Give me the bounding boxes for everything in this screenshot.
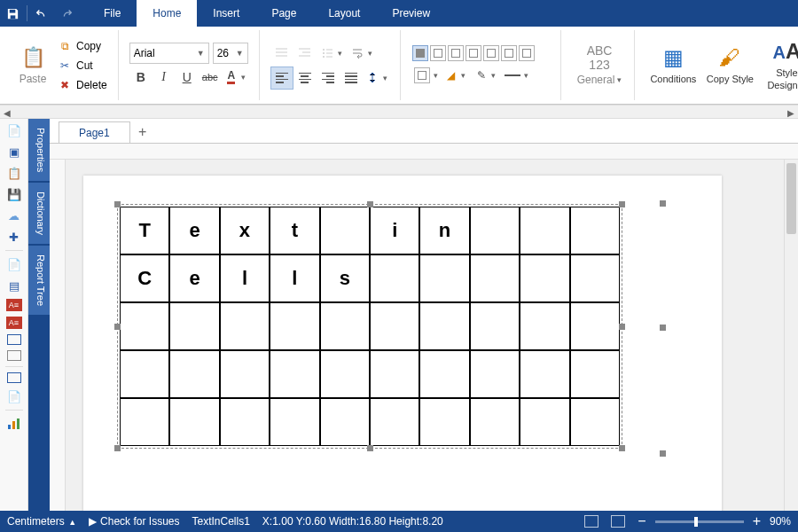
cell[interactable]: t bbox=[270, 207, 319, 254]
border-preset-7[interactable] bbox=[519, 45, 535, 61]
font-family-select[interactable]: Arial▼ bbox=[129, 43, 209, 64]
tool-11[interactable] bbox=[7, 334, 21, 345]
fill-color-button[interactable]: ◢▾ bbox=[442, 64, 472, 87]
cell[interactable] bbox=[570, 350, 620, 398]
resize-handle[interactable] bbox=[114, 445, 121, 451]
number-format-select[interactable]: ABC 123 General▾ bbox=[572, 44, 628, 86]
cell[interactable]: l bbox=[220, 254, 270, 302]
cell[interactable] bbox=[520, 398, 569, 446]
tool-13[interactable] bbox=[7, 372, 21, 383]
tool-8[interactable]: ▤ bbox=[5, 278, 23, 293]
zoom-slider[interactable] bbox=[655, 520, 744, 523]
resize-handle[interactable] bbox=[619, 324, 625, 330]
border-preset-6[interactable] bbox=[501, 45, 517, 61]
align-justify-button[interactable] bbox=[340, 66, 363, 90]
cell[interactable] bbox=[419, 254, 469, 302]
bold-button[interactable]: B bbox=[129, 66, 153, 89]
add-page-button[interactable]: + bbox=[130, 121, 155, 143]
cell[interactable] bbox=[270, 398, 319, 446]
cell[interactable] bbox=[320, 302, 370, 350]
border-button[interactable]: ▾ bbox=[411, 64, 442, 87]
cell[interactable] bbox=[570, 207, 620, 254]
cell[interactable] bbox=[320, 398, 370, 446]
italic-button[interactable]: I bbox=[153, 66, 176, 89]
menu-insert[interactable]: Insert bbox=[197, 0, 255, 27]
cell[interactable]: l bbox=[270, 254, 319, 302]
guide-handle[interactable] bbox=[660, 200, 666, 207]
cell[interactable] bbox=[470, 398, 520, 446]
check-issues-button[interactable]: ▶Check for Issues bbox=[89, 515, 179, 528]
border-preset-3[interactable] bbox=[448, 45, 464, 61]
resize-handle[interactable] bbox=[114, 201, 121, 207]
cut-button[interactable]: ✂Cut bbox=[55, 56, 111, 75]
font-color-button[interactable]: A▾ bbox=[222, 66, 252, 89]
align-right-button[interactable] bbox=[317, 66, 340, 90]
tool-4[interactable]: 💾 bbox=[5, 186, 23, 202]
cell[interactable] bbox=[470, 207, 520, 254]
delete-button[interactable]: ✖Delete bbox=[55, 75, 111, 95]
view-mode-1[interactable] bbox=[584, 515, 598, 528]
scrollbar-thumb[interactable] bbox=[786, 163, 796, 234]
cell[interactable]: x bbox=[220, 207, 270, 254]
cell[interactable] bbox=[370, 302, 419, 350]
cell[interactable] bbox=[120, 302, 169, 350]
cell[interactable] bbox=[120, 350, 169, 398]
scroll-left-icon[interactable]: ◀ bbox=[0, 106, 14, 120]
border-style-button[interactable]: ▾ bbox=[502, 64, 532, 87]
tab-dictionary[interactable]: Dictionary bbox=[28, 183, 50, 244]
cell[interactable]: e bbox=[169, 207, 219, 254]
tab-properties[interactable]: Properties bbox=[28, 119, 50, 181]
font-size-select[interactable]: 26▼ bbox=[213, 43, 248, 64]
cell[interactable] bbox=[320, 207, 370, 254]
tool-10[interactable]: A≡ bbox=[6, 317, 22, 329]
cell[interactable] bbox=[120, 398, 169, 446]
tool-6[interactable]: ✚ bbox=[5, 229, 23, 245]
menu-home[interactable]: Home bbox=[137, 0, 197, 27]
ribbon-scrollbar[interactable]: ◀ ▶ bbox=[0, 105, 798, 119]
copy-button[interactable]: ⧉Copy bbox=[55, 36, 111, 56]
selected-component[interactable]: TextInCells1 bbox=[192, 515, 249, 528]
cell[interactable] bbox=[419, 302, 469, 350]
cell[interactable] bbox=[169, 302, 219, 350]
cell[interactable] bbox=[419, 398, 469, 446]
cell[interactable]: e bbox=[169, 254, 219, 302]
wordwrap-button[interactable]: ▾ bbox=[347, 42, 377, 65]
page-tab-1[interactable]: Page1 bbox=[59, 121, 130, 143]
cell[interactable] bbox=[270, 350, 319, 398]
resize-handle[interactable] bbox=[619, 201, 625, 207]
cell[interactable] bbox=[320, 350, 370, 398]
cell[interactable] bbox=[370, 398, 419, 446]
guide-handle[interactable] bbox=[660, 450, 666, 457]
cell[interactable] bbox=[370, 350, 419, 398]
indent-decrease-button[interactable] bbox=[270, 42, 293, 65]
menu-preview[interactable]: Preview bbox=[376, 0, 446, 27]
tool-12[interactable] bbox=[7, 350, 21, 361]
zoom-in-button[interactable]: + bbox=[753, 513, 761, 529]
cell[interactable] bbox=[270, 302, 319, 350]
resize-handle[interactable] bbox=[367, 201, 373, 207]
tool-2[interactable]: ▣ bbox=[5, 144, 23, 160]
units-selector[interactable]: Centimeters ▲ bbox=[7, 515, 76, 528]
cell[interactable]: C bbox=[120, 254, 169, 302]
align-left-button[interactable] bbox=[270, 66, 293, 90]
tool-chart[interactable] bbox=[5, 416, 23, 432]
border-preset-4[interactable] bbox=[466, 45, 481, 61]
zoom-thumb[interactable] bbox=[694, 517, 698, 527]
save-icon[interactable] bbox=[0, 0, 25, 27]
vertical-scrollbar[interactable] bbox=[784, 160, 798, 511]
cell[interactable] bbox=[520, 350, 569, 398]
text-color-button[interactable]: ✎▾ bbox=[472, 64, 502, 87]
copy-style-button[interactable]: 🖌Copy Style bbox=[702, 45, 757, 85]
tool-3[interactable]: 📋 bbox=[5, 165, 23, 181]
cell[interactable] bbox=[370, 254, 419, 302]
border-preset-2[interactable] bbox=[430, 45, 446, 61]
cell[interactable] bbox=[520, 302, 569, 350]
cell[interactable] bbox=[570, 302, 620, 350]
tool-1[interactable]: 📄 bbox=[5, 122, 23, 138]
strikethrough-button[interactable]: abc bbox=[199, 66, 222, 89]
cell[interactable] bbox=[470, 302, 520, 350]
cell[interactable] bbox=[470, 254, 520, 302]
tool-5[interactable]: ☁ bbox=[5, 207, 23, 223]
zoom-value[interactable]: 90% bbox=[770, 515, 791, 528]
tool-14[interactable]: 📄 bbox=[5, 388, 23, 404]
